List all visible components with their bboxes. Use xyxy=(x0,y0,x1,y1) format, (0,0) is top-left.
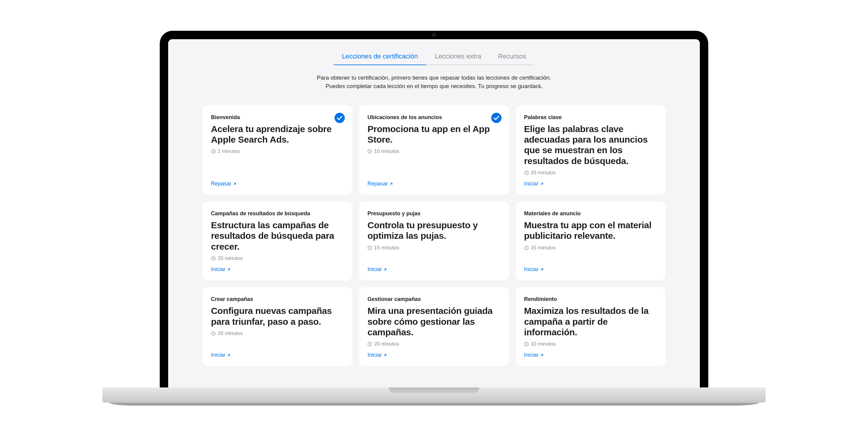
lesson-duration-text: 10 minutos xyxy=(374,148,399,154)
laptop-trackpad-notch xyxy=(389,387,479,394)
lesson-card[interactable]: Campañas de resultados de búsquedaEstruc… xyxy=(203,201,352,281)
external-arrow-icon xyxy=(383,353,387,357)
lesson-title: Controla tu presupuesto y optimiza las p… xyxy=(367,220,500,241)
lesson-action: Iniciar xyxy=(524,176,657,187)
lesson-action-label: Repasar xyxy=(367,181,388,187)
lesson-action-link[interactable]: Iniciar xyxy=(524,181,544,187)
lesson-duration: 20 minutos xyxy=(524,170,657,176)
lesson-title: Elige las palabras clave adecuadas para … xyxy=(524,124,657,167)
clock-icon xyxy=(211,331,216,336)
lesson-action-link[interactable]: Iniciar xyxy=(211,266,230,272)
lesson-card[interactable]: Palabras claveElige las palabras clave a… xyxy=(516,105,665,195)
lesson-action-link[interactable]: Repasar xyxy=(367,181,393,187)
clock-icon xyxy=(367,245,372,250)
lesson-duration: 10 minutos xyxy=(524,341,657,347)
lesson-action: Iniciar xyxy=(211,261,344,272)
lesson-action-label: Iniciar xyxy=(211,266,225,272)
laptop-base-bottom xyxy=(109,403,759,406)
lesson-title: Promociona tu app en el App Store. xyxy=(367,124,500,145)
lesson-card[interactable]: Gestionar campañasMira una presentación … xyxy=(359,287,509,366)
lesson-category: Ubicaciones de los anuncios xyxy=(367,114,500,121)
lesson-category: Campañas de resultados de búsqueda xyxy=(211,210,344,217)
tab-bar: Lecciones de certificación Lecciones ext… xyxy=(177,48,691,65)
lesson-duration: 20 minutos xyxy=(211,255,344,261)
lesson-action-link[interactable]: Iniciar xyxy=(524,352,544,358)
lesson-card[interactable]: Presupuesto y pujasControla tu presupues… xyxy=(359,201,509,281)
lesson-category: Bienvenida xyxy=(211,114,344,121)
lesson-action-link[interactable]: Iniciar xyxy=(211,352,230,358)
external-arrow-icon xyxy=(540,268,544,271)
lesson-action-link[interactable]: Iniciar xyxy=(524,266,544,272)
lesson-duration: 20 minutos xyxy=(211,330,344,337)
svg-point-2 xyxy=(491,113,501,123)
clock-icon xyxy=(211,149,216,154)
lesson-duration-text: 15 minutos xyxy=(374,245,399,251)
clock-icon xyxy=(211,256,216,261)
lesson-title: Muestra tu app con el material publicita… xyxy=(524,220,657,241)
lesson-duration: 15 minutos xyxy=(367,245,500,251)
lesson-action: Iniciar xyxy=(367,347,500,358)
lesson-duration-text: 20 minutos xyxy=(218,255,243,261)
laptop-base xyxy=(102,387,766,406)
external-arrow-icon xyxy=(540,353,544,357)
lesson-card[interactable]: RendimientoMaximiza los resultados de la… xyxy=(516,287,665,366)
external-arrow-icon xyxy=(540,182,544,186)
tab-resources[interactable]: Recursos xyxy=(490,48,535,65)
lesson-duration-text: 10 minutos xyxy=(531,341,556,347)
description-line-1: Para obtener tu certificación, primero t… xyxy=(177,74,691,82)
lesson-category: Materiales de anuncio xyxy=(524,210,657,217)
camera-icon xyxy=(432,33,436,37)
tab-extra-lessons[interactable]: Lecciones extra xyxy=(426,48,490,65)
lesson-duration-text: 15 minutos xyxy=(531,245,556,251)
lesson-action: Iniciar xyxy=(367,261,500,272)
lesson-category: Crear campañas xyxy=(211,296,344,302)
lesson-title: Maximiza los resultados de la campaña a … xyxy=(524,306,657,338)
lesson-action-label: Iniciar xyxy=(524,266,538,272)
lesson-duration-text: 20 minutos xyxy=(218,330,243,337)
lesson-action-label: Iniciar xyxy=(367,266,382,272)
lesson-action-label: Iniciar xyxy=(524,181,538,187)
lesson-duration: 2 minutos xyxy=(211,148,344,154)
lesson-action: Iniciar xyxy=(211,347,344,358)
lesson-card[interactable]: Materiales de anuncioMuestra tu app con … xyxy=(516,201,665,281)
lesson-action-label: Iniciar xyxy=(367,352,382,358)
external-arrow-icon xyxy=(227,353,230,357)
laptop-screen-bezel: Lecciones de certificación Lecciones ext… xyxy=(160,31,708,387)
lesson-action-link[interactable]: Iniciar xyxy=(367,266,387,272)
lesson-title: Configura nuevas campañas para triunfar,… xyxy=(211,306,344,327)
clock-icon xyxy=(524,342,529,346)
lesson-title: Mira una presentación guiada sobre cómo … xyxy=(367,306,500,338)
completed-check-icon xyxy=(334,113,345,123)
tab-certification-lessons[interactable]: Lecciones de certificación xyxy=(334,48,427,65)
lesson-category: Rendimiento xyxy=(524,296,657,302)
lesson-action: Repasar xyxy=(367,176,500,187)
laptop-base-top xyxy=(102,387,766,403)
lesson-card-grid: BienvenidaAcelera tu aprendizaje sobre A… xyxy=(177,105,691,366)
description-line-2: Puedes completar cada lección en el tiem… xyxy=(177,82,691,91)
clock-icon xyxy=(524,170,529,175)
screen-content: Lecciones de certificación Lecciones ext… xyxy=(168,39,700,387)
lesson-action-label: Iniciar xyxy=(524,352,538,358)
completed-check-icon xyxy=(491,113,502,123)
lesson-duration: 15 minutos xyxy=(524,245,657,251)
external-arrow-icon xyxy=(383,268,387,271)
lesson-title: Acelera tu aprendizaje sobre Apple Searc… xyxy=(211,124,344,145)
lesson-action-label: Repasar xyxy=(211,181,231,187)
page-description: Para obtener tu certificación, primero t… xyxy=(177,74,691,91)
lesson-action-label: Iniciar xyxy=(211,352,225,358)
lesson-card[interactable]: Crear campañasConfigura nuevas campañas … xyxy=(203,287,352,366)
lesson-duration: 10 minutos xyxy=(367,148,500,154)
lesson-duration-text: 20 minutos xyxy=(374,341,399,347)
laptop-device-frame: Lecciones de certificación Lecciones ext… xyxy=(102,31,766,406)
lesson-card[interactable]: Ubicaciones de los anunciosPromociona tu… xyxy=(359,105,509,195)
lesson-category: Palabras clave xyxy=(524,114,657,121)
clock-icon xyxy=(524,245,529,250)
lesson-action-link[interactable]: Repasar xyxy=(211,181,237,187)
external-arrow-icon xyxy=(390,182,393,186)
clock-icon xyxy=(367,342,372,346)
lesson-action-link[interactable]: Iniciar xyxy=(367,352,387,358)
lesson-category: Gestionar campañas xyxy=(367,296,500,302)
svg-point-0 xyxy=(335,113,345,123)
lesson-duration: 20 minutos xyxy=(367,341,500,347)
lesson-card[interactable]: BienvenidaAcelera tu aprendizaje sobre A… xyxy=(203,105,352,195)
